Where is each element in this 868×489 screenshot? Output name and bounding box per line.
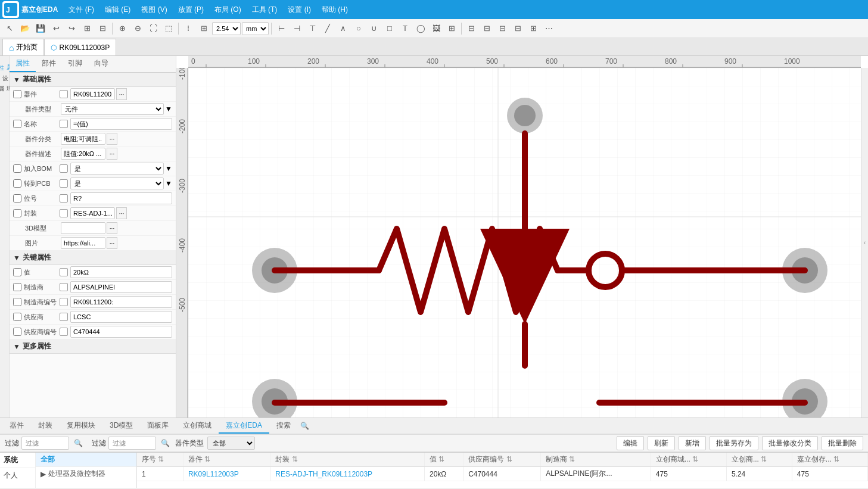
tb-save[interactable]: 💾 bbox=[33, 21, 48, 36]
input-name[interactable] bbox=[70, 118, 172, 130]
prop-tab-wizard[interactable]: 向导 bbox=[88, 56, 114, 72]
chk-name[interactable] bbox=[13, 120, 21, 128]
select-comp-type[interactable]: 元件 bbox=[61, 103, 164, 115]
chk-bom[interactable] bbox=[13, 164, 21, 173]
chk-component[interactable] bbox=[13, 90, 21, 98]
tb-zoom-out[interactable]: ⊖ bbox=[130, 21, 145, 36]
tb-arc[interactable]: ∪ bbox=[367, 21, 381, 36]
key-props-header[interactable]: ▼ 关键属性 bbox=[10, 251, 176, 265]
select-bom[interactable]: 是 bbox=[70, 163, 164, 175]
chk-box-pcb[interactable] bbox=[60, 179, 68, 188]
tb-undo[interactable]: ↩ bbox=[49, 21, 63, 36]
chk-mfr-no[interactable] bbox=[13, 298, 21, 306]
chk-box-component[interactable] bbox=[60, 90, 68, 98]
cat-item-mcu[interactable]: ▶ 处理器及微控制器 bbox=[36, 467, 136, 481]
tb-distribute[interactable]: ⊟ bbox=[511, 21, 525, 36]
bottom-tab-jlceda[interactable]: 嘉立创EDA bbox=[219, 418, 269, 434]
filter-input-left[interactable] bbox=[21, 437, 69, 450]
bottom-tab-reuse[interactable]: 复用模块 bbox=[60, 418, 102, 434]
menu-place[interactable]: 放置 (P) bbox=[173, 2, 209, 17]
tb-pin[interactable]: ⊢ bbox=[274, 21, 288, 36]
input-comp-class[interactable] bbox=[61, 133, 105, 145]
tb-wire[interactable]: ∧ bbox=[336, 21, 350, 36]
chk-supplier[interactable] bbox=[13, 313, 21, 321]
input-3d[interactable] bbox=[61, 222, 105, 234]
filter-input-right[interactable] bbox=[108, 437, 156, 450]
tb-zoom-select[interactable]: ⬚ bbox=[161, 21, 176, 36]
input-value[interactable] bbox=[70, 266, 172, 278]
input-manufacturer[interactable] bbox=[70, 281, 172, 293]
tb-pin2[interactable]: ⊣ bbox=[290, 21, 304, 36]
input-refdes[interactable] bbox=[70, 192, 172, 204]
btn-dots-3d[interactable]: ··· bbox=[107, 222, 117, 234]
tb-zoom-in[interactable]: ⊕ bbox=[115, 21, 129, 36]
tb-more1[interactable]: ⋯ bbox=[542, 21, 556, 36]
filter-search-btn-right[interactable]: 🔍 bbox=[158, 437, 172, 450]
tb-pin3[interactable]: ⊤ bbox=[305, 21, 319, 36]
btn-dots-component[interactable]: ··· bbox=[116, 88, 127, 100]
tb-line[interactable]: ╱ bbox=[321, 21, 335, 36]
input-supplier-no[interactable] bbox=[70, 326, 172, 338]
chk-pcb[interactable] bbox=[13, 179, 21, 188]
select-pcb[interactable]: 是 bbox=[70, 177, 164, 189]
sort-icon-jlcstock[interactable]: ⇅ bbox=[833, 455, 839, 463]
input-package[interactable] bbox=[70, 207, 115, 219]
menu-edit[interactable]: 编辑 (E) bbox=[100, 2, 135, 17]
btn-edit[interactable]: 编辑 bbox=[617, 436, 644, 450]
more-props-header[interactable]: ▼ 更多属性 bbox=[10, 340, 176, 354]
chk-box-mfr-no[interactable] bbox=[60, 298, 68, 306]
btn-dots-comp-class[interactable]: ··· bbox=[107, 133, 117, 145]
right-edge-collapse[interactable]: ‹ bbox=[861, 68, 868, 418]
input-mfr-no[interactable] bbox=[70, 296, 172, 308]
btn-refresh[interactable]: 刷新 bbox=[648, 436, 675, 450]
tb-align-center[interactable]: ⊟ bbox=[480, 21, 494, 36]
sort-icon-jlcstore[interactable]: ⇅ bbox=[761, 455, 767, 463]
tb-net[interactable]: ⊟ bbox=[95, 21, 110, 36]
tb-table[interactable]: ⊞ bbox=[444, 21, 459, 36]
tb-text[interactable]: T bbox=[398, 21, 412, 36]
bottom-tab-search[interactable]: 搜索 bbox=[269, 418, 298, 434]
input-desc[interactable] bbox=[61, 148, 105, 160]
prop-tab-parts[interactable]: 部件 bbox=[36, 56, 62, 72]
btn-batch-save[interactable]: 批量另存为 bbox=[710, 436, 758, 450]
bottom-tab-3d[interactable]: 3D模型 bbox=[102, 418, 140, 434]
tb-fit[interactable]: ⛶ bbox=[146, 21, 160, 36]
chk-refdes[interactable] bbox=[13, 194, 21, 203]
tb-group[interactable]: ⊞ bbox=[526, 21, 540, 36]
sort-icon-seq[interactable]: ⇅ bbox=[158, 455, 164, 463]
menu-view[interactable]: 视图 (V) bbox=[136, 2, 172, 17]
chk-box-bom[interactable] bbox=[60, 164, 68, 173]
chk-box-supplier[interactable] bbox=[60, 313, 68, 321]
tb-align-right[interactable]: ⊟ bbox=[495, 21, 509, 36]
btn-dots-image[interactable]: ··· bbox=[107, 237, 117, 249]
sort-icon-comp[interactable]: ⇅ bbox=[204, 455, 210, 463]
tb-unit-select[interactable]: mm bbox=[242, 22, 269, 35]
sort-icon-suppno[interactable]: ⇅ bbox=[506, 455, 512, 463]
tb-image[interactable]: 🖼 bbox=[429, 21, 443, 36]
tb-circle[interactable]: ○ bbox=[351, 21, 366, 36]
tb-zoom-select-val[interactable]: 2.54 bbox=[212, 22, 241, 35]
chk-box-refdes[interactable] bbox=[60, 194, 68, 203]
tb-cursor[interactable]: ↖ bbox=[2, 21, 17, 36]
sort-icon-pkg[interactable]: ⇅ bbox=[292, 455, 298, 463]
chk-box-value[interactable] bbox=[60, 268, 68, 276]
bottom-tab-package[interactable]: 封装 bbox=[31, 418, 60, 434]
td-component[interactable]: RK09L112003P bbox=[183, 467, 270, 481]
chk-box-manufacturer[interactable] bbox=[60, 283, 68, 291]
tb-grid-dots[interactable]: ⁞ bbox=[181, 21, 195, 36]
tab-home[interactable]: ⌂ 开始页 bbox=[2, 39, 44, 55]
bottom-tab-panel[interactable]: 面板库 bbox=[140, 418, 176, 434]
btn-batch-classify[interactable]: 批量修改分类 bbox=[762, 436, 818, 450]
tb-ellipse[interactable]: ◯ bbox=[413, 21, 428, 36]
prop-tab-pins[interactable]: 引脚 bbox=[62, 56, 88, 72]
input-supplier[interactable] bbox=[70, 311, 172, 323]
menu-help[interactable]: 帮助 (H) bbox=[317, 2, 353, 17]
tb-lib[interactable]: ⊞ bbox=[80, 21, 94, 36]
sort-icon-mfr[interactable]: ⇅ bbox=[569, 455, 575, 463]
sort-icon-jlcmall[interactable]: ⇅ bbox=[692, 455, 698, 463]
btn-add[interactable]: 新增 bbox=[679, 436, 706, 450]
chk-box-supplier-no[interactable] bbox=[60, 328, 68, 336]
chk-package[interactable] bbox=[13, 209, 21, 217]
chk-value[interactable] bbox=[13, 268, 21, 276]
input-component[interactable] bbox=[70, 88, 115, 100]
